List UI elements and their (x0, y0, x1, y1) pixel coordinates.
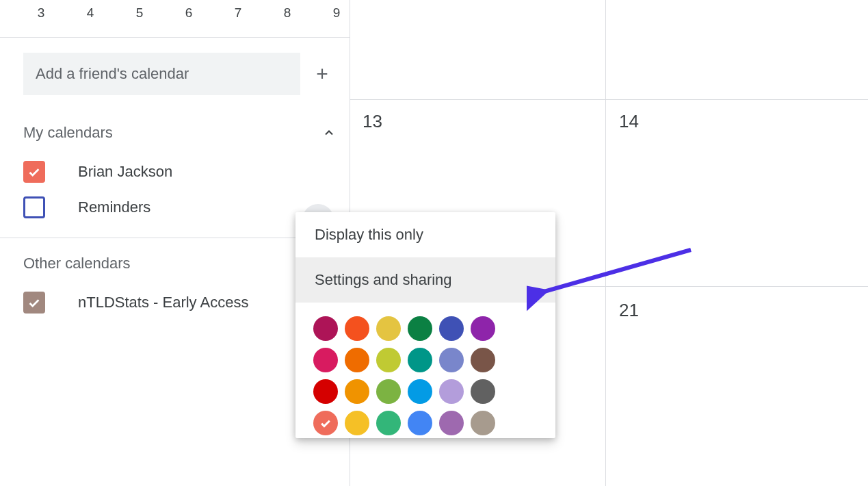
color-swatch[interactable] (345, 316, 369, 341)
color-picker (295, 303, 521, 435)
calendar-item-brian-jackson[interactable]: Brian Jackson (0, 154, 350, 190)
date-cell[interactable]: 14 (619, 111, 639, 132)
add-friend-input[interactable] (23, 53, 300, 95)
calendar-label: Reminders (78, 199, 150, 216)
color-swatch[interactable] (471, 316, 495, 341)
color-swatch[interactable] (313, 316, 338, 341)
color-swatch[interactable] (439, 411, 464, 435)
checkbox-icon[interactable] (23, 161, 45, 183)
color-swatch[interactable] (376, 348, 401, 372)
section-title: Other calendars (23, 255, 131, 272)
date-cell[interactable]: 13 (363, 111, 382, 132)
chevron-up-icon[interactable] (322, 126, 336, 140)
color-swatch[interactable] (439, 348, 464, 372)
my-calendars-header[interactable]: My calendars (0, 103, 350, 154)
mini-cal-day[interactable]: 7 (230, 5, 246, 21)
color-swatch[interactable] (313, 348, 338, 372)
menu-display-only[interactable]: Display this only (295, 212, 555, 257)
mini-cal-day[interactable]: 5 (131, 5, 148, 21)
date-cell[interactable]: 21 (619, 300, 639, 321)
color-swatch[interactable] (439, 316, 464, 341)
menu-settings-sharing[interactable]: Settings and sharing (295, 257, 555, 303)
grid-line (350, 99, 868, 100)
color-swatch[interactable] (408, 348, 432, 372)
checkbox-icon[interactable] (23, 292, 45, 314)
color-swatch[interactable] (376, 411, 401, 435)
color-swatch[interactable] (408, 316, 432, 341)
mini-cal-day[interactable]: 4 (82, 5, 98, 21)
mini-calendar-row: 3 4 5 6 7 8 9 (0, 0, 350, 37)
calendar-label: nTLDStats - Early Access (78, 294, 248, 311)
mini-cal-day[interactable]: 3 (33, 5, 49, 21)
color-swatch[interactable] (471, 411, 495, 435)
checkbox-icon[interactable] (23, 196, 45, 218)
color-swatch[interactable] (408, 379, 432, 404)
add-calendar-button[interactable]: + (306, 57, 339, 90)
calendar-label: Brian Jackson (78, 163, 172, 181)
mini-cal-day[interactable]: 9 (328, 5, 345, 21)
color-swatch[interactable] (471, 348, 495, 372)
color-swatch[interactable] (408, 411, 432, 435)
mini-cal-day[interactable]: 6 (181, 5, 197, 21)
calendar-context-menu: Display this only Settings and sharing (295, 212, 555, 438)
color-swatch[interactable] (471, 379, 495, 404)
section-title: My calendars (23, 124, 113, 142)
color-swatch[interactable] (345, 411, 369, 435)
grid-line (605, 0, 606, 486)
color-swatch[interactable] (313, 379, 338, 404)
color-swatch[interactable] (345, 348, 369, 372)
plus-icon: + (316, 62, 328, 86)
add-friend-row: + (0, 38, 350, 103)
color-swatch[interactable] (439, 379, 464, 404)
color-swatch[interactable] (345, 379, 369, 404)
color-swatch[interactable] (376, 379, 401, 404)
color-swatch[interactable] (313, 411, 338, 435)
mini-cal-day[interactable]: 8 (279, 5, 295, 21)
color-swatch[interactable] (376, 316, 401, 341)
